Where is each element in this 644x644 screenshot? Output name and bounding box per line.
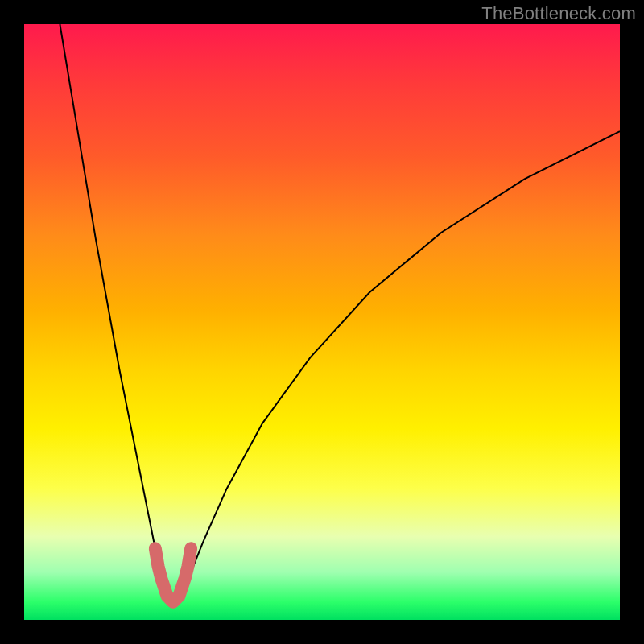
- plot-area: [24, 24, 620, 620]
- chart-frame: TheBottleneck.com: [0, 0, 644, 644]
- watermark-text: TheBottleneck.com: [481, 3, 636, 24]
- minimum-highlight: [155, 548, 191, 602]
- curve-layer: [24, 24, 620, 620]
- bottleneck-curve: [60, 24, 620, 602]
